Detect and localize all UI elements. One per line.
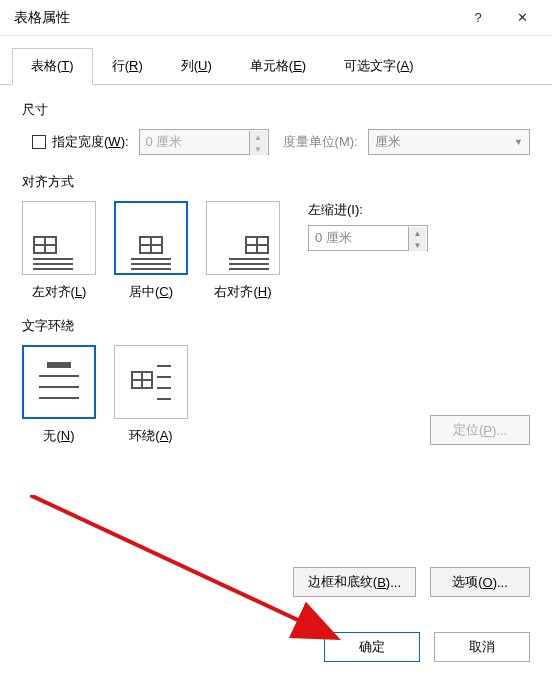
tab-column[interactable]: 列(U) [162, 48, 231, 84]
align-left-label: 左对齐(L) [32, 283, 87, 301]
cancel-button[interactable]: 取消 [434, 632, 530, 662]
options-button[interactable]: 选项(O)... [430, 567, 530, 597]
align-header: 对齐方式 [22, 173, 530, 191]
tab-row[interactable]: 行(R) [93, 48, 162, 84]
tab-table[interactable]: 表格(T) [12, 48, 93, 85]
lines-icon [229, 258, 269, 270]
wrap-header: 文字环绕 [22, 317, 530, 335]
wrap-none-option[interactable] [22, 345, 96, 419]
size-header: 尺寸 [22, 101, 530, 119]
lines-icon [33, 258, 73, 270]
help-button[interactable]: ? [456, 0, 500, 36]
table-icon [245, 236, 269, 254]
align-right-option[interactable] [206, 201, 280, 275]
tab-alt-text[interactable]: 可选文字(A) [325, 48, 432, 84]
lines-icon [131, 258, 171, 270]
table-icon [47, 362, 71, 368]
spin-down-icon[interactable]: ▼ [409, 239, 426, 251]
align-right-label: 右对齐(H) [214, 283, 271, 301]
wrap-around-option[interactable] [114, 345, 188, 419]
ok-button[interactable]: 确定 [324, 632, 420, 662]
close-button[interactable]: ✕ [500, 0, 544, 36]
wrap-none-label: 无(N) [43, 427, 74, 445]
borders-shading-button[interactable]: 边框和底纹(B)... [293, 567, 416, 597]
spin-up-icon[interactable]: ▲ [250, 131, 267, 143]
lines-icon [39, 372, 79, 402]
chevron-down-icon: ▼ [514, 137, 523, 147]
spin-down-icon[interactable]: ▼ [250, 143, 267, 155]
svg-line-1 [30, 495, 330, 635]
wrap-around-label: 环绕(A) [129, 427, 172, 445]
lines-icon [157, 362, 171, 403]
dialog-title: 表格属性 [14, 9, 456, 27]
checkbox-icon [32, 135, 46, 149]
spin-up-icon[interactable]: ▲ [409, 227, 426, 239]
align-left-option[interactable] [22, 201, 96, 275]
unit-label: 度量单位(M): [283, 133, 358, 151]
indent-label: 左缩进(I): [308, 201, 428, 219]
width-input[interactable]: 0 厘米 ▲▼ [139, 129, 269, 155]
unit-select[interactable]: 厘米▼ [368, 129, 530, 155]
table-icon [131, 371, 153, 389]
align-center-option[interactable] [114, 201, 188, 275]
prefer-width-checkbox[interactable]: 指定宽度(W): [32, 133, 129, 151]
tab-cell[interactable]: 单元格(E) [231, 48, 325, 84]
align-center-label: 居中(C) [129, 283, 173, 301]
positioning-button: 定位(P)... [430, 415, 530, 445]
table-icon [139, 236, 163, 254]
table-icon [33, 236, 57, 254]
indent-input[interactable]: 0 厘米 ▲▼ [308, 225, 428, 251]
